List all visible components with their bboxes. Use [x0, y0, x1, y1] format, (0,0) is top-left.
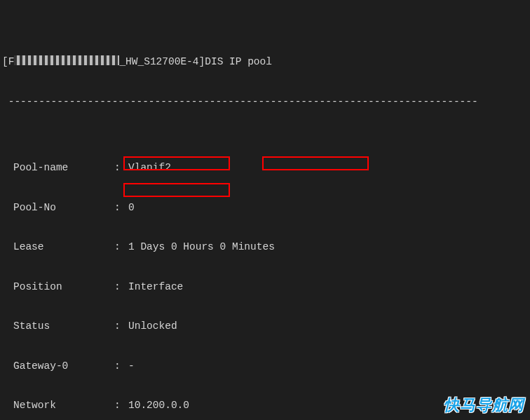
redacted-hostname — [14, 55, 119, 65]
pool-no-row: Pool-No: 0 — [2, 201, 528, 215]
value-position: Interface — [128, 280, 528, 294]
value-status: Unlocked — [128, 320, 528, 333]
prompt-prefix: [F — [2, 55, 14, 69]
watermark-text: 快马导航网 — [444, 395, 524, 416]
label-status: Status — [2, 320, 114, 333]
pool-name-row: Pool-name: Vlanif2 — [2, 161, 528, 175]
position-row: Position: Interface — [2, 280, 528, 294]
label-pool-name: Pool-name — [2, 161, 114, 175]
label-network: Network — [2, 399, 114, 412]
value-pool-name: Vlanif2 — [128, 161, 528, 175]
value-gateway0: - — [128, 360, 528, 373]
lease-row: Lease: 1 Days 0 Hours 0 Minutes — [2, 241, 528, 254]
command-text: DIS IP pool — [205, 55, 272, 69]
value-lease: 1 Days 0 Hours 0 Minutes — [128, 241, 528, 254]
label-pool-no: Pool-No — [2, 201, 114, 215]
value-pool-no: 0 — [128, 201, 528, 215]
label-lease: Lease — [2, 241, 114, 254]
pool-block-1: Pool-name: Vlanif2 Pool-No: 0 Lease: 1 D… — [2, 135, 528, 420]
divider-line: ----------------------------------------… — [2, 95, 528, 109]
gateway-row: Gateway-0: - — [2, 360, 528, 373]
status-row: Status: Unlocked — [2, 320, 528, 333]
label-gateway0: Gateway-0 — [2, 360, 114, 373]
label-position: Position — [2, 280, 114, 294]
command-prompt: [F _HW_S12700E-4] DIS IP pool — [2, 55, 528, 69]
device-suffix: _HW_S12700E-4] — [119, 55, 205, 69]
